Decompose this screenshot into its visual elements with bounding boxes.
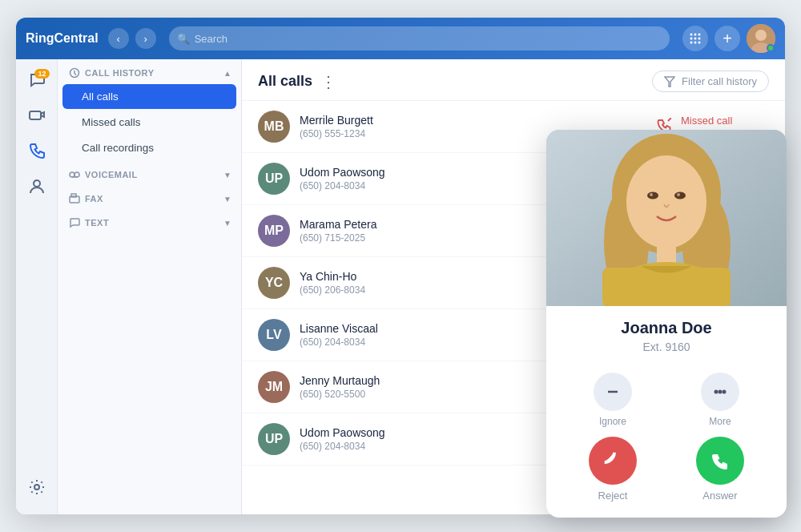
content-header: All calls ⋮ Filter call history [242,59,785,101]
popup-call-actions: Reject Answer [546,433,787,518]
phone-active-icon [28,142,46,163]
status-online-indicator [767,44,775,52]
nav-item-all-calls[interactable]: All calls [62,84,236,109]
svg-point-35 [674,192,686,200]
svg-point-43 [719,391,722,393]
nav-item-missed-calls[interactable]: Missed calls [62,110,236,135]
messages-badge: 12 [34,69,49,79]
svg-rect-12 [30,111,41,119]
svg-rect-40 [602,268,731,306]
svg-point-33 [626,155,706,248]
svg-point-14 [34,485,39,490]
answer-call-action: Answer [696,437,744,502]
call-history-collapse-icon: ▲ [223,69,231,78]
sidebar-icon-phone[interactable] [21,136,53,168]
popup-secondary-actions: Ignore More [546,373,787,433]
svg-point-34 [647,192,658,200]
contacts-icon [28,177,46,199]
svg-point-7 [694,42,697,44]
svg-point-5 [698,38,701,40]
svg-point-16 [70,172,74,177]
popup-info: Joanna Doe Ext. 9160 [546,306,787,373]
answer-button[interactable] [696,437,744,485]
page-title: All calls [258,73,312,90]
answer-label: Answer [702,490,737,502]
call-history-title: CALL HISTORY [69,67,154,79]
call-history-section-header[interactable]: CALL HISTORY ▲ [58,59,241,83]
search-bar: 🔍 [169,26,670,50]
call-name: Merrile Burgett [300,114,647,127]
nav-back-button[interactable]: ‹ [108,28,129,49]
svg-point-1 [694,34,697,36]
sidebar-icon-settings[interactable] [21,473,53,505]
call-avatar: YC [258,267,290,299]
settings-icon [28,478,46,500]
fax-title: FAX [69,193,103,204]
text-collapse-icon: ▼ [223,219,231,228]
call-avatar: JM [258,371,290,403]
ignore-button[interactable] [594,373,632,411]
more-label: More [709,416,731,427]
sidebar-icon-contacts[interactable] [21,171,53,204]
svg-point-3 [690,38,693,40]
voicemail-title: VOICEMAIL [69,169,138,180]
ignore-action: Ignore [594,373,632,427]
svg-point-42 [715,391,718,393]
filter-bar[interactable]: Filter call history [652,71,769,92]
title-bar: RingCentral ‹ › 🔍 + [16,18,785,59]
nav-forward-button[interactable]: › [135,28,156,49]
svg-point-0 [690,34,693,36]
svg-marker-21 [665,77,674,87]
call-avatar: UP [258,423,290,455]
more-options-button[interactable]: ⋮ [320,72,336,91]
svg-point-8 [698,42,701,44]
filter-placeholder: Filter call history [682,75,757,87]
fax-collapse-icon: ▼ [223,195,231,204]
svg-point-13 [34,180,40,187]
nav-panel: CALL HISTORY ▲ All calls Missed calls Ca… [58,59,242,514]
more-action: More [701,373,739,427]
search-input[interactable] [195,33,662,45]
add-button[interactable]: + [714,26,740,51]
text-title: TEXT [69,217,109,228]
ignore-label: Ignore [599,416,626,427]
call-avatar: MP [258,215,290,247]
svg-point-44 [723,391,726,393]
svg-point-4 [694,38,697,40]
sidebar-icon-video[interactable] [21,101,53,133]
reject-call-action: Reject [589,437,637,502]
user-avatar[interactable] [747,24,775,53]
voicemail-collapse-icon: ▼ [223,171,231,179]
apps-button[interactable] [682,26,708,51]
svg-point-6 [690,42,693,44]
caller-extension: Ext. 9160 [559,341,774,353]
svg-rect-20 [71,194,76,197]
fax-section-header[interactable]: FAX ▼ [58,185,241,209]
svg-point-36 [650,193,653,196]
search-icon: 🔍 [177,33,190,45]
text-section-header[interactable]: TEXT ▼ [58,209,241,233]
voicemail-section-header[interactable]: VOICEMAIL ▼ [58,161,241,185]
svg-point-2 [698,34,701,36]
svg-line-22 [668,118,671,121]
caller-photo [546,130,787,306]
sidebar-bottom [21,473,53,514]
title-bar-actions: + [682,24,775,53]
call-type-label: Missed call [681,115,769,127]
svg-point-37 [677,193,680,196]
call-avatar: MB [258,111,290,143]
incoming-call-popup: Joanna Doe Ext. 9160 Ignore More [546,130,787,518]
video-icon [28,107,46,128]
reject-button[interactable] [589,437,637,485]
more-button[interactable] [701,373,739,411]
content-title-row: All calls ⋮ [258,72,336,91]
brand-label: RingCentral [26,31,99,46]
sidebar-icon-messages[interactable]: 12 [21,66,53,98]
call-avatar: LV [258,319,290,351]
reject-label: Reject [598,490,628,502]
nav-item-call-recordings[interactable]: Call recordings [62,135,236,160]
svg-point-10 [755,30,767,41]
caller-name: Joanna Doe [559,319,774,337]
call-avatar: UP [258,163,290,195]
sidebar-icons: 12 [16,59,58,514]
